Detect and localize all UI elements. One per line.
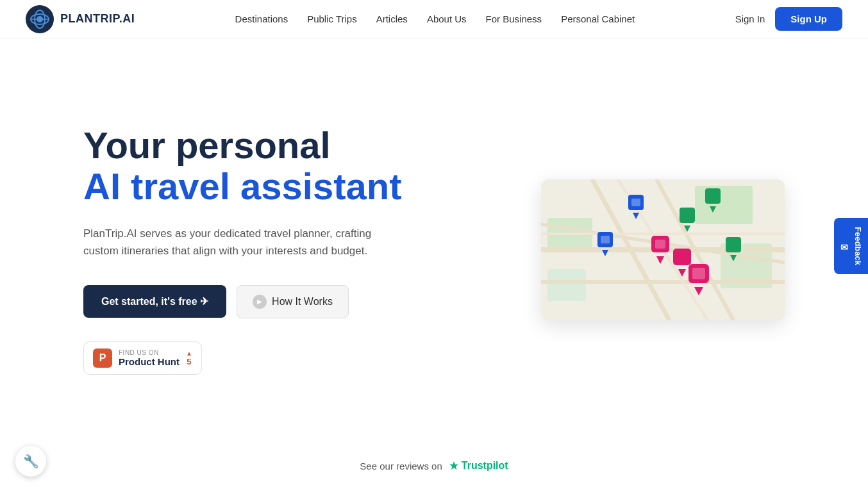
sign-in-button[interactable]: Sign In: [735, 13, 765, 24]
svg-rect-32: [673, 249, 691, 265]
svg-rect-19: [631, 199, 640, 206]
nav-link-about[interactable]: About Us: [427, 13, 467, 24]
ph-arrow: ▲: [186, 350, 192, 357]
map-visual: [541, 179, 785, 320]
svg-rect-31: [655, 240, 665, 249]
hero-title: Your personal AI travel assistant: [83, 125, 468, 207]
hero-buttons: Get started, it's free ✈ ▶ How It Works: [83, 285, 468, 318]
nav-links: Destinations Public Trips Articles About…: [235, 13, 635, 24]
feedback-label: Feedback: [853, 227, 863, 265]
feedback-tab[interactable]: Feedback ✉: [834, 218, 868, 274]
trustpilot-star-icon: ★: [449, 459, 459, 473]
nav-link-business[interactable]: For Business: [486, 13, 542, 24]
nav-actions: Sign In Sign Up: [735, 7, 842, 31]
help-icon: 🔧: [23, 454, 39, 469]
ph-name: Product Hunt: [119, 356, 179, 367]
hero-content: Your personal AI travel assistant PlanTr…: [83, 125, 468, 375]
logo-link[interactable]: PLANTRIP.AI: [26, 5, 135, 33]
hero-title-line2: AI travel assistant: [83, 165, 401, 207]
svg-rect-8: [547, 269, 586, 301]
ph-count: 5: [187, 357, 191, 366]
trustpilot-name: Trustpilot: [462, 460, 508, 472]
product-hunt-badge[interactable]: P FIND US ON Product Hunt ▲ 5: [83, 341, 202, 375]
trustpilot-logo[interactable]: ★ Trustpilot: [449, 459, 508, 473]
product-hunt-logo: P: [93, 348, 112, 368]
hero-subtitle: PlanTrip.AI serves as your dedicated tra…: [83, 225, 391, 259]
svg-rect-23: [705, 188, 721, 204]
nav-link-public-trips[interactable]: Public Trips: [307, 13, 357, 24]
ph-find-label: FIND US ON: [119, 349, 179, 356]
logo-text: PLANTRIP.AI: [60, 12, 135, 26]
hero-map: [541, 179, 785, 320]
hero-section: Your personal AI travel assistant PlanTr…: [0, 38, 868, 448]
ph-score: ▲ 5: [186, 350, 192, 366]
svg-rect-6: [695, 186, 753, 224]
svg-rect-27: [726, 237, 741, 252]
sign-up-button[interactable]: Sign Up: [775, 7, 842, 31]
navbar: PLANTRIP.AI Destinations Public Trips Ar…: [0, 0, 868, 38]
help-button[interactable]: 🔧: [15, 446, 46, 477]
mail-icon: ✉: [839, 242, 849, 252]
how-it-works-label: How It Works: [272, 296, 333, 308]
how-it-works-button[interactable]: ▶ How It Works: [237, 285, 349, 318]
svg-rect-25: [680, 208, 695, 223]
nav-link-articles[interactable]: Articles: [376, 13, 408, 24]
product-hunt-text: FIND US ON Product Hunt: [119, 349, 179, 367]
hero-title-line1: Your personal: [83, 124, 331, 166]
nav-link-cabinet[interactable]: Personal Cabinet: [561, 13, 635, 24]
nav-link-destinations[interactable]: Destinations: [235, 13, 288, 24]
get-started-button[interactable]: Get started, it's free ✈: [83, 285, 226, 318]
svg-rect-22: [601, 236, 610, 243]
trustpilot-see-reviews: See our reviews on: [360, 461, 442, 472]
trustpilot-bar: See our reviews on ★ Trustpilot: [360, 459, 508, 473]
play-icon: ▶: [253, 295, 267, 309]
svg-rect-36: [692, 268, 705, 279]
